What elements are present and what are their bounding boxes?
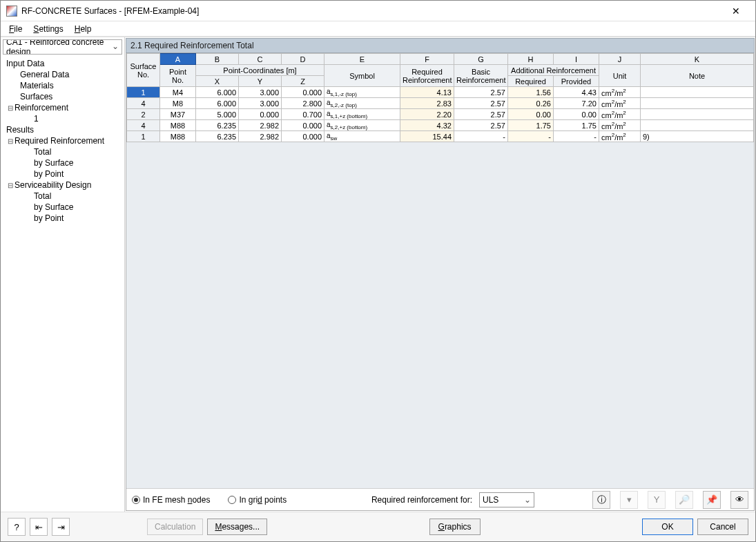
tree-input-data[interactable]: Input Data [1, 58, 124, 69]
col-letter-K[interactable]: K [641, 54, 754, 65]
col-letter-B[interactable]: B [196, 54, 239, 65]
case-combo-label: CA1 - Reinforced concrete design [6, 39, 119, 55]
col-letter-D[interactable]: D [282, 54, 324, 65]
col-letter-I[interactable]: I [554, 54, 599, 65]
col-letter-F[interactable]: F [400, 54, 454, 65]
col-additional[interactable]: Additional Reinforcement [508, 65, 599, 76]
nav-tree: Input Data General Data Materials Surfac… [1, 57, 124, 512]
tree-required-reinf[interactable]: ⊟Required Reinforcement [1, 135, 124, 146]
table-row[interactable]: 2M375.0000.0000.700as,1,+z (bottom)2.202… [127, 109, 754, 120]
col-point-no[interactable]: PointNo. [160, 65, 196, 87]
col-unit[interactable]: Unit [599, 65, 641, 87]
tree-sd-by-surface[interactable]: by Surface [1, 202, 124, 213]
tree-sd-by-point[interactable]: by Point [1, 213, 124, 224]
radio-grid-points[interactable]: In grid points [228, 495, 287, 505]
info-icon[interactable]: ⓘ [592, 491, 610, 509]
col-z[interactable]: Z [282, 76, 324, 87]
tree-rr-by-point[interactable]: by Point [1, 168, 124, 180]
col-x[interactable]: X [196, 76, 239, 87]
prev-icon[interactable]: ⇤ [30, 518, 48, 536]
tree-rr-total[interactable]: Total [1, 146, 124, 157]
col-coords[interactable]: Point-Coordinates [m] [196, 65, 324, 76]
select-limit-state[interactable]: ULS [479, 492, 534, 507]
col-add-prov[interactable]: Provided [554, 76, 599, 87]
tree-surfaces[interactable]: Surfaces [1, 91, 124, 102]
app-icon [6, 6, 17, 17]
ok-button[interactable]: OK [642, 519, 693, 535]
col-letter-A[interactable]: A [160, 54, 196, 65]
col-letter-J[interactable]: J [599, 54, 641, 65]
col-letter-E[interactable]: E [324, 54, 400, 65]
find-icon: 🔎 [675, 491, 693, 509]
table-row[interactable]: 1M886.2352.9820.000asw15.44---cm2/m29) [127, 131, 754, 142]
menu-settings[interactable]: Settings [29, 23, 67, 35]
window-title: RF-CONCRETE Surfaces - [RFEM-Example-04] [21, 6, 722, 16]
tree-serviceability[interactable]: ⊟Serviceability Design [1, 180, 124, 191]
col-surface-no[interactable]: SurfaceNo. [127, 54, 160, 87]
eye-icon[interactable]: 👁 [730, 491, 748, 509]
tree-results[interactable]: Results [1, 124, 124, 135]
panel-title: 2.1 Required Reinforcement Total [126, 38, 755, 53]
help-icon[interactable]: ? [8, 518, 26, 536]
messages-button[interactable]: Messages... [207, 519, 267, 535]
select-limit-state-value: ULS [483, 495, 498, 505]
label-required-for: Required reinforcement for: [371, 495, 472, 505]
tree-reinforcement-1[interactable]: 1 [1, 113, 124, 124]
case-combo[interactable]: CA1 - Reinforced concrete design [3, 39, 122, 55]
next-icon[interactable]: ⇥ [52, 518, 70, 536]
graphics-button[interactable]: Graphics [429, 519, 481, 535]
col-add-req[interactable]: Required [508, 76, 554, 87]
results-table[interactable]: SurfaceNo. A B C D E F G H I J K [126, 53, 754, 142]
close-icon[interactable]: ✕ [722, 1, 750, 21]
table-row[interactable]: 1M46.0003.0000.000as,1,-z (top)4.132.571… [127, 87, 754, 98]
col-letter-C[interactable]: C [239, 54, 282, 65]
filter-icon: ▾ [620, 491, 638, 509]
col-symbol[interactable]: Symbol [324, 65, 400, 87]
pin-icon[interactable]: 📌 [703, 491, 721, 509]
col-y[interactable]: Y [239, 76, 282, 87]
menu-file[interactable]: File [5, 23, 26, 35]
cancel-button[interactable]: Cancel [697, 519, 748, 535]
col-letter-G[interactable]: G [454, 54, 508, 65]
calculation-button: Calculation [147, 519, 203, 535]
tree-materials[interactable]: Materials [1, 80, 124, 91]
tree-rr-by-surface[interactable]: by Surface [1, 157, 124, 168]
radio-fe-mesh-nodes[interactable]: In FE mesh nodes [132, 495, 210, 505]
tree-general-data[interactable]: General Data [1, 69, 124, 80]
tree-reinforcement[interactable]: ⊟Reinforcement [1, 102, 124, 113]
table-row[interactable]: 4M86.0003.0002.800as,2,-z (top)2.832.570… [127, 98, 754, 109]
table-row[interactable]: 4M886.2352.9820.000as,2,+z (bottom)4.322… [127, 120, 754, 131]
col-basic[interactable]: BasicReinforcement [454, 65, 508, 87]
menu-help[interactable]: Help [70, 23, 96, 35]
sort-icon: Y [648, 491, 666, 509]
menubar: File Settings Help [1, 21, 755, 37]
col-note[interactable]: Note [641, 65, 754, 87]
col-required[interactable]: RequiredReinforcement [400, 65, 454, 87]
tree-sd-total[interactable]: Total [1, 191, 124, 202]
col-letter-H[interactable]: H [508, 54, 554, 65]
grid-empty-area [126, 142, 754, 488]
